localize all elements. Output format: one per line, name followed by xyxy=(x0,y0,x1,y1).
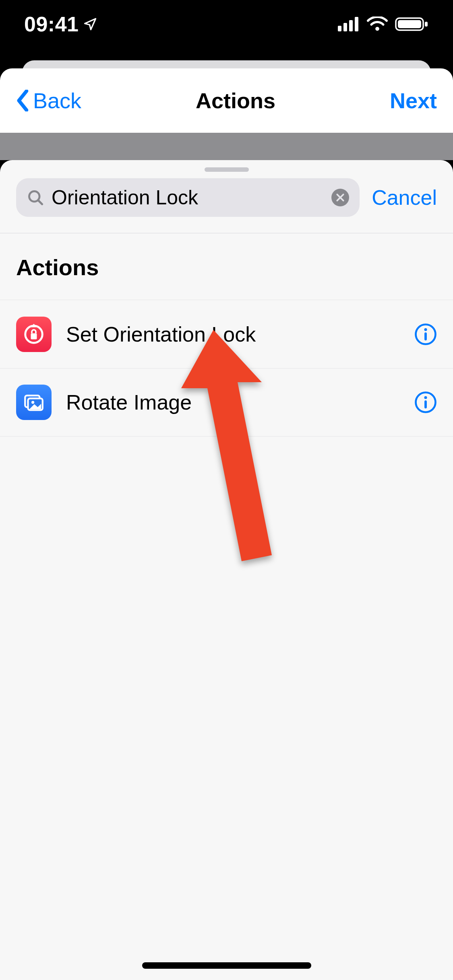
navigation-bar: Back Actions Next xyxy=(0,68,453,133)
x-icon xyxy=(336,193,345,202)
search-field[interactable]: Orientation Lock xyxy=(16,178,360,217)
svg-rect-7 xyxy=(425,22,428,27)
status-bar: 09:41 xyxy=(0,0,453,56)
svg-rect-17 xyxy=(424,332,427,340)
search-icon xyxy=(27,189,44,206)
clear-search-button[interactable] xyxy=(331,189,349,206)
battery-icon xyxy=(395,16,429,32)
result-label: Set Orientation Lock xyxy=(66,322,400,346)
svg-rect-6 xyxy=(398,20,421,28)
svg-point-4 xyxy=(375,27,379,31)
svg-point-22 xyxy=(424,396,427,399)
result-rotate-image[interactable]: Rotate Image xyxy=(0,368,453,436)
wifi-icon xyxy=(367,16,388,32)
image-icon xyxy=(16,385,52,420)
status-time: 09:41 xyxy=(24,12,97,36)
location-icon xyxy=(83,17,97,31)
svg-rect-14 xyxy=(31,333,37,339)
svg-rect-3 xyxy=(355,17,358,31)
cellular-icon xyxy=(338,17,360,31)
search-input[interactable]: Orientation Lock xyxy=(52,186,324,209)
svg-line-9 xyxy=(38,200,42,204)
results-section: Actions Set Orientation Lock xyxy=(0,233,453,436)
sheet-gap xyxy=(0,133,453,160)
clock-text: 09:41 xyxy=(24,12,79,36)
status-icons-right xyxy=(338,16,429,32)
orientation-lock-icon xyxy=(16,317,52,352)
back-button[interactable]: Back xyxy=(16,88,81,113)
svg-point-16 xyxy=(424,328,427,331)
info-button[interactable] xyxy=(414,323,437,346)
next-button[interactable]: Next xyxy=(390,88,437,113)
svg-rect-2 xyxy=(349,20,353,31)
info-button[interactable] xyxy=(414,391,437,414)
svg-rect-1 xyxy=(343,23,347,31)
search-overlay-sheet: Orientation Lock Cancel Actions Set Or xyxy=(0,160,453,980)
nav-title: Actions xyxy=(196,88,275,113)
svg-rect-23 xyxy=(424,400,427,408)
back-label: Back xyxy=(33,88,81,113)
result-set-orientation-lock[interactable]: Set Orientation Lock xyxy=(0,300,453,368)
result-label: Rotate Image xyxy=(66,390,400,414)
svg-point-20 xyxy=(31,401,34,404)
cancel-button[interactable]: Cancel xyxy=(372,185,437,210)
chevron-left-icon xyxy=(16,90,31,111)
sheet-grabber[interactable] xyxy=(205,167,249,172)
home-indicator[interactable] xyxy=(142,962,311,969)
results-header: Actions xyxy=(0,233,453,300)
svg-rect-0 xyxy=(338,26,341,31)
